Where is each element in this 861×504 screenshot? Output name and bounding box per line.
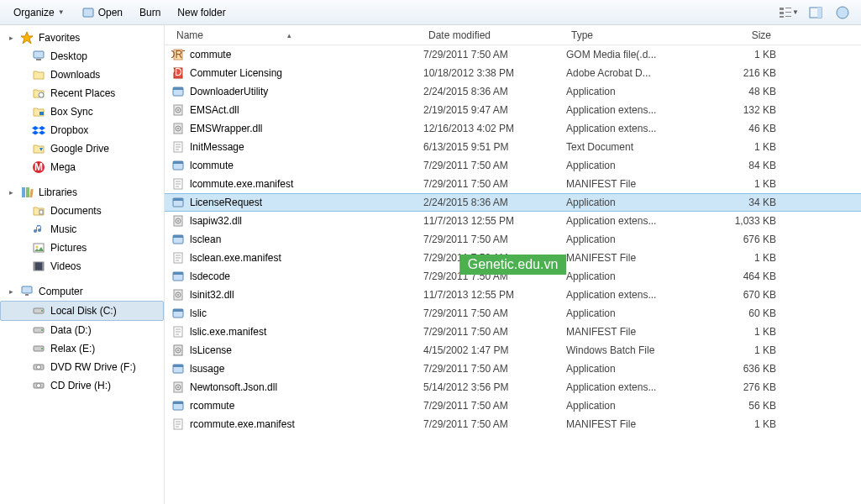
file-row[interactable]: lsclean.exe.manifest7/29/2011 7:50 AMMAN… — [165, 249, 861, 267]
computer-item[interactable]: Data (D:) — [0, 321, 164, 339]
column-date[interactable]: Date modified — [423, 26, 566, 45]
tree-item-label: Recent Places — [50, 87, 115, 99]
favorite-item[interactable]: Dropbox — [0, 121, 164, 139]
disclosure-icon: ▸ — [7, 34, 15, 42]
file-size: 676 KB — [692, 234, 776, 245]
file-date: 7/29/2011 7:50 AM — [423, 270, 566, 282]
favorites-header[interactable]: ▸ Favorites — [0, 29, 164, 47]
file-size: 132 KB — [692, 104, 776, 116]
disclosure-icon: ▸ — [7, 287, 15, 296]
svg-rect-26 — [42, 262, 44, 270]
file-row[interactable]: DRTcommute7/29/2011 7:50 AMGOM Media fil… — [165, 45, 861, 64]
computer-item[interactable]: CD Drive (H:) — [0, 376, 164, 395]
file-row[interactable]: rcommute7/29/2011 7:50 AMApplication56 K… — [165, 396, 861, 415]
burn-button[interactable]: Burn — [133, 3, 167, 22]
txt-icon — [171, 177, 185, 191]
chevron-down-icon: ▼ — [58, 8, 65, 16]
favorite-item[interactable]: Recent Places — [0, 84, 164, 102]
file-row[interactable]: lslic.exe.manifest7/29/2011 7:50 AMMANIF… — [165, 323, 861, 341]
file-size: 1 KB — [692, 344, 776, 356]
file-row[interactable]: lsinit32.dll11/7/2013 12:55 PMApplicatio… — [165, 286, 861, 304]
file-date: 12/16/2013 4:02 PM — [423, 123, 566, 134]
file-name: rcommute.exe.manifest — [190, 418, 295, 430]
file-name: DownloaderUtility — [190, 86, 268, 97]
toolbar: Organize ▼ Open Burn New folder ▼ — [0, 0, 861, 25]
preview-pane-button[interactable] — [804, 3, 827, 23]
file-name-cell: lsusage — [171, 362, 423, 375]
file-date: 4/15/2002 1:47 PM — [423, 344, 566, 356]
computer-item[interactable]: Local Disk (C:) — [0, 301, 164, 321]
favorite-item[interactable]: MMega — [0, 158, 164, 176]
navigation-pane[interactable]: ▸ Favorites DesktopDownloadsRecent Place… — [0, 25, 165, 504]
dll-icon — [171, 103, 185, 117]
file-type: Application extens... — [566, 289, 692, 301]
file-type: GOM Media file(.d... — [566, 49, 692, 60]
file-row[interactable]: lsusage7/29/2011 7:50 AMApplication636 K… — [165, 360, 861, 378]
file-row[interactable]: lslic7/29/2011 7:50 AMApplication60 KB — [165, 304, 861, 323]
libraries-header[interactable]: ▸ Libraries — [0, 183, 164, 202]
library-item[interactable]: Videos — [0, 257, 164, 276]
file-row[interactable]: lcommute.exe.manifest7/29/2011 7:50 AMMA… — [165, 175, 861, 193]
column-name[interactable]: Name ▴ — [171, 26, 423, 45]
file-type: Application — [566, 400, 692, 412]
file-type: MANIFEST File — [566, 178, 692, 190]
drive-icon — [32, 323, 45, 337]
svg-rect-4 — [785, 8, 791, 8]
file-size: 670 KB — [692, 289, 776, 301]
file-size: 216 KB — [692, 67, 776, 79]
organize-menu[interactable]: Organize ▼ — [7, 3, 71, 22]
file-size: 276 KB — [692, 381, 776, 393]
file-date: 7/29/2011 7:50 AM — [423, 326, 566, 338]
favorite-item[interactable]: Desktop — [0, 47, 164, 66]
file-row[interactable]: lsdecode7/29/2011 7:50 AMApplication464 … — [165, 267, 861, 286]
favorite-item[interactable]: Downloads — [0, 66, 164, 84]
file-list[interactable]: DRTcommute7/29/2011 7:50 AMGOM Media fil… — [165, 45, 861, 504]
tree-item-label: Pictures — [50, 242, 87, 254]
file-name: EMSWrapper.dll — [190, 123, 262, 134]
computer-item[interactable]: Relax (E:) — [0, 339, 164, 358]
file-row[interactable]: lsLicense4/15/2002 1:47 PMWindows Batch … — [165, 341, 861, 360]
file-size: 1 KB — [692, 178, 776, 190]
library-item[interactable]: Music — [0, 220, 164, 239]
svg-rect-78 — [173, 309, 183, 312]
tree-item-label: Box Sync — [50, 106, 93, 118]
file-row[interactable]: rcommute.exe.manifest7/29/2011 7:50 AMMA… — [165, 415, 861, 433]
help-button[interactable] — [831, 3, 854, 23]
computer-item[interactable]: DVD RW Drive (F:) — [0, 358, 164, 376]
svg-rect-14 — [39, 112, 44, 115]
app-icon — [171, 159, 185, 172]
file-row[interactable]: PDFCommuter Licensing10/18/2012 3:38 PMA… — [165, 64, 861, 82]
file-row[interactable]: EMSWrapper.dll12/16/2013 4:02 PMApplicat… — [165, 119, 861, 138]
file-row[interactable]: LicenseRequest2/24/2015 8:36 AMApplicati… — [165, 193, 861, 212]
file-size: 48 KB — [692, 86, 776, 97]
library-item[interactable]: Pictures — [0, 239, 164, 257]
file-date: 7/29/2011 7:50 AM — [423, 252, 566, 264]
file-row[interactable]: EMSAct.dll2/19/2015 9:47 AMApplication e… — [165, 101, 861, 119]
libraries-label: Libraries — [39, 186, 77, 198]
svg-rect-6 — [785, 16, 791, 17]
new-folder-button[interactable]: New folder — [171, 3, 232, 22]
column-type[interactable]: Type — [566, 26, 692, 45]
file-name-cell: lslic — [171, 307, 423, 320]
file-row[interactable]: lcommute7/29/2011 7:50 AMApplication84 K… — [165, 156, 861, 175]
file-type: Application — [566, 234, 692, 245]
svg-point-47 — [177, 109, 179, 111]
file-row[interactable]: InitMessage6/13/2015 9:51 PMText Documen… — [165, 138, 861, 156]
view-mode-button[interactable]: ▼ — [777, 3, 801, 23]
library-item[interactable]: Documents — [0, 202, 164, 220]
file-row[interactable]: DownloaderUtility2/24/2015 8:36 AMApplic… — [165, 82, 861, 101]
svg-point-23 — [36, 246, 39, 249]
file-row[interactable]: Newtonsoft.Json.dll5/14/2012 3:56 PMAppl… — [165, 378, 861, 396]
favorite-item[interactable]: Box Sync — [0, 102, 164, 121]
favorite-item[interactable]: Google Drive — [0, 139, 164, 158]
app-icon — [171, 362, 185, 375]
file-name: lsclean.exe.manifest — [190, 252, 281, 264]
file-row[interactable]: lsapiw32.dll11/7/2013 12:55 PMApplicatio… — [165, 212, 861, 230]
open-button[interactable]: Open — [75, 3, 129, 23]
file-name: lcommute — [190, 160, 234, 171]
column-size[interactable]: Size — [692, 26, 776, 45]
file-name-cell: DownloaderUtility — [171, 85, 423, 98]
file-row[interactable]: lsclean7/29/2011 7:50 AMApplication676 K… — [165, 230, 861, 249]
organize-label: Organize — [13, 7, 55, 18]
computer-header[interactable]: ▸ Computer — [0, 282, 164, 301]
